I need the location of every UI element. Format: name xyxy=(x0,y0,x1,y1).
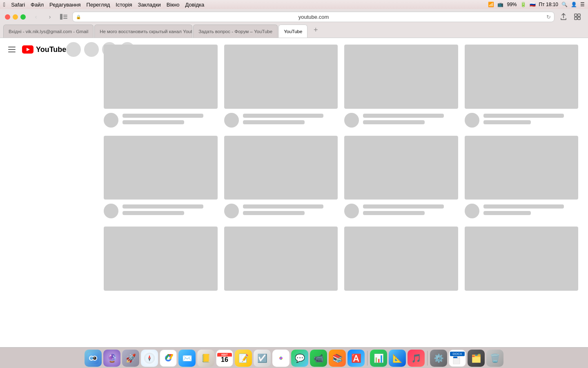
avatar-skeleton xyxy=(465,113,479,128)
dock-numbers[interactable]: 📊 xyxy=(370,350,387,367)
youtube-header: YouTube xyxy=(0,38,94,61)
menubar-view[interactable]: Перегляд xyxy=(87,2,110,8)
svg-rect-1 xyxy=(63,15,67,16)
flag-icon: 🇷🇺 xyxy=(530,2,536,7)
back-button[interactable]: ‹ xyxy=(31,13,41,21)
menubar-left:  Safari Файл Редагування Перегляд Істор… xyxy=(3,1,204,8)
dock-trash[interactable]: 🗑️ xyxy=(486,350,503,367)
dock-calendar[interactable]: КВІТ 16 xyxy=(216,350,233,367)
tab-youtube[interactable]: YouTube xyxy=(278,25,307,38)
avatar-skeleton xyxy=(224,204,239,218)
tab-gmail[interactable]: Вхідні - vik.nik.lys@gmail.com - Gmail xyxy=(3,25,94,38)
dock-messages[interactable]: 💬 xyxy=(291,350,308,367)
menubar-help[interactable]: Довідка xyxy=(185,2,205,8)
text-line-title xyxy=(243,114,324,118)
video-card xyxy=(104,227,218,291)
text-line-channel xyxy=(122,120,184,124)
tab-youtube-forum1[interactable]: Не мого восстановить скрытый канал Youtu… xyxy=(94,25,192,38)
menubar-history[interactable]: Історія xyxy=(116,2,132,8)
user-icon[interactable]: 👤 xyxy=(571,2,577,7)
menubar-window[interactable]: Вікно xyxy=(167,2,180,8)
menubar:  Safari Файл Редагування Перегляд Істор… xyxy=(0,0,588,9)
search-icon[interactable]: 🔍 xyxy=(561,2,568,7)
toolbar-row: ‹ › 🔒 youtube.com ↻ xyxy=(0,9,588,25)
menubar-file[interactable]: Файл xyxy=(31,2,44,8)
text-line-title xyxy=(363,114,444,118)
menubar-bookmarks[interactable]: Закладки xyxy=(138,2,161,8)
avatar-skeleton xyxy=(104,113,118,128)
share-button[interactable] xyxy=(558,12,569,22)
menubar-edit[interactable]: Редагування xyxy=(49,2,81,8)
dock-facetime[interactable]: 📹 xyxy=(310,350,327,367)
hamburger-line xyxy=(8,52,16,52)
reload-button[interactable]: ↻ xyxy=(546,14,551,20)
youtube-logo-icon xyxy=(22,45,33,54)
dock-photos[interactable] xyxy=(272,350,290,367)
calendar-day: 16 xyxy=(221,357,228,363)
minimize-button[interactable] xyxy=(13,14,18,20)
menubar-safari[interactable]: Safari xyxy=(11,2,25,8)
browser-chrome: ‹ › 🔒 youtube.com ↻ xyxy=(0,9,588,38)
dock-browser-tabs[interactable]: 🗂️ xyxy=(468,350,485,367)
avatar-skeleton xyxy=(465,204,479,218)
tab-youtube-forum2[interactable]: Задать вопрос - Форум – YouTube xyxy=(193,25,278,38)
forward-button[interactable]: › xyxy=(45,13,55,21)
dock-appstore[interactable]: 🅰️ xyxy=(347,350,365,367)
dock-siri[interactable]: 🔮 xyxy=(103,350,120,367)
hamburger-line xyxy=(8,47,16,47)
text-lines xyxy=(243,113,338,124)
text-line-channel xyxy=(243,120,305,124)
yt-header-btn-1[interactable] xyxy=(66,42,81,57)
svg-rect-31 xyxy=(453,357,457,358)
dock-music[interactable]: 🎵 xyxy=(408,350,425,367)
chrome-icon xyxy=(163,352,174,364)
avatar-skeleton xyxy=(104,204,118,218)
video-card xyxy=(104,45,218,128)
youtube-logo[interactable]: YouTube xyxy=(22,45,66,54)
maximize-button[interactable] xyxy=(20,14,26,20)
svg-point-15 xyxy=(91,357,91,358)
dock-notes[interactable]: 📝 xyxy=(235,350,252,367)
new-tab-tile-button[interactable] xyxy=(572,12,583,22)
hamburger-menu-button[interactable] xyxy=(7,45,17,54)
text-line-channel xyxy=(483,211,531,215)
tabs-row: Вхідні - vik.nik.lys@gmail.com - Gmail Н… xyxy=(0,25,588,38)
text-lines xyxy=(483,204,579,215)
dock-books[interactable]: 📚 xyxy=(329,350,346,367)
new-tab-button[interactable]: + xyxy=(310,25,321,35)
video-card xyxy=(465,136,579,219)
dock-contacts[interactable]: 📒 xyxy=(197,350,214,367)
address-bar[interactable]: 🔒 youtube.com ↻ xyxy=(72,11,555,22)
dock-launchpad[interactable]: 🚀 xyxy=(122,350,139,367)
svg-point-17 xyxy=(144,353,155,364)
dock-finder[interactable] xyxy=(85,350,102,367)
dock-system-prefs[interactable]: ⚙️ xyxy=(430,350,447,367)
dock-file[interactable]: DOCX xyxy=(449,350,466,367)
thumbnail-skeleton xyxy=(344,227,458,291)
video-info-skeleton xyxy=(224,113,338,128)
close-button[interactable] xyxy=(5,14,10,20)
music-icon: 🎵 xyxy=(411,353,421,363)
text-line-title xyxy=(122,204,203,209)
menu-icon[interactable]: ☰ xyxy=(580,2,585,7)
text-lines xyxy=(122,204,218,215)
dock-keynote[interactable]: 📐 xyxy=(389,350,406,367)
thumbnail-skeleton xyxy=(224,45,338,109)
dock-reminders[interactable]: ☑️ xyxy=(254,350,271,367)
tab-gmail-label: Вхідні - vik.nik.lys@gmail.com - Gmail xyxy=(9,29,88,34)
dock-safari[interactable] xyxy=(141,350,158,367)
dock-mail[interactable]: ✉️ xyxy=(178,350,196,367)
tab-forum2-label: Задать вопрос - Форум – YouTube xyxy=(198,29,272,34)
browser-tabs-icon: 🗂️ xyxy=(471,353,481,363)
text-line-title xyxy=(243,204,324,209)
toolbar-actions xyxy=(558,12,583,22)
sidebar-toggle-button[interactable] xyxy=(58,13,69,21)
svg-point-16 xyxy=(94,357,95,358)
apple-menu[interactable]:  xyxy=(3,1,5,8)
clock: Пт 18:10 xyxy=(539,2,558,7)
battery-icon: 🔋 xyxy=(520,2,526,7)
video-card xyxy=(224,227,338,291)
lock-icon: 🔒 xyxy=(76,15,81,19)
dock-chrome[interactable] xyxy=(160,350,177,367)
books-icon: 📚 xyxy=(332,353,343,363)
